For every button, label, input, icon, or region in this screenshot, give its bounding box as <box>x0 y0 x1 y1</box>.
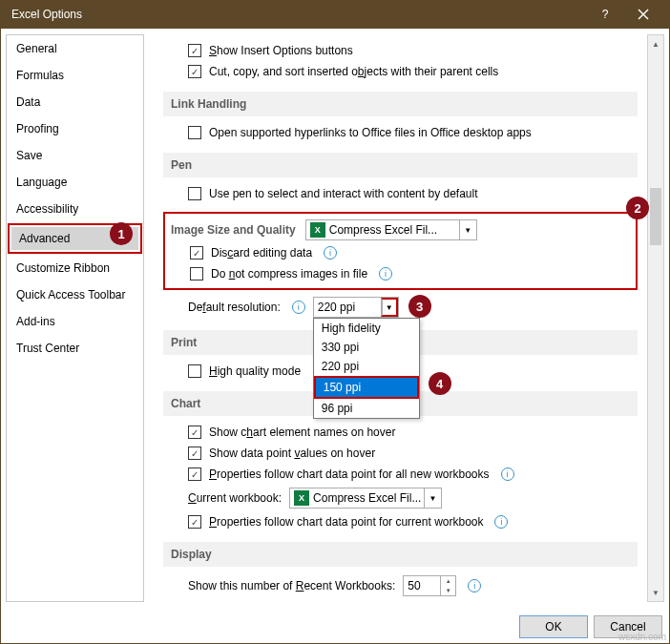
lbl-cut-copy: Cut, copy, and sort inserted objects wit… <box>209 65 498 78</box>
lbl-chart-names: Show chart element names on hover <box>209 426 395 439</box>
ok-button[interactable]: OK <box>519 615 588 638</box>
dd-default-resolution[interactable]: 220 ppi ▼ <box>313 297 399 318</box>
nav-language[interactable]: Language <box>7 169 143 196</box>
lbl-recent: Show this number of Recent Workbooks: <box>188 579 395 592</box>
nav-save[interactable]: Save <box>7 142 143 169</box>
nav-data[interactable]: Data <box>7 89 143 115</box>
annotation-badge-1: 1 <box>110 222 133 245</box>
info-icon[interactable]: i <box>501 467 514 481</box>
nav-formulas[interactable]: Formulas <box>7 62 143 89</box>
info-icon[interactable]: i <box>379 267 392 280</box>
cb-hq-print[interactable] <box>188 364 201 378</box>
nav-trust[interactable]: Trust Center <box>7 335 143 362</box>
scroll-down-icon[interactable]: ▼ <box>648 584 663 601</box>
lbl-show-insert: Show Insert Options buttons <box>209 44 353 57</box>
resolution-menu: High fidelity 330 ppi 220 ppi 150 ppi 96… <box>313 318 420 419</box>
watermark: wsxdn.com <box>618 632 666 642</box>
cb-chart-names[interactable] <box>188 426 201 439</box>
section-display: Display <box>163 542 638 567</box>
chevron-down-icon: ▼ <box>381 298 398 317</box>
opt-96[interactable]: 96 ppi <box>314 399 419 418</box>
lbl-not-compress: Do not compress images in file <box>211 267 367 280</box>
info-icon[interactable]: i <box>468 579 481 592</box>
spin-down-icon: ▼ <box>441 586 455 595</box>
lbl-open-supported: Open supported hyperlinks to Office file… <box>209 126 532 139</box>
cb-open-supported[interactable] <box>188 126 201 139</box>
opt-220[interactable]: 220 ppi <box>314 357 419 376</box>
cb-not-compress[interactable] <box>190 267 203 280</box>
titlebar: Excel Options ? <box>0 0 670 29</box>
info-icon[interactable]: i <box>324 246 337 260</box>
scroll-up-icon[interactable]: ▲ <box>648 35 663 52</box>
nav-customize-ribbon[interactable]: Customize Ribbon <box>7 255 143 281</box>
chevron-down-icon: ▼ <box>424 488 441 508</box>
content-pane: ▲ ▼ Show Insert Options buttons Cut, cop… <box>154 34 664 602</box>
annotation-badge-4: 4 <box>429 372 451 395</box>
dd-image-workbook[interactable]: X Compress Excel Fil... ▼ <box>305 219 477 240</box>
lbl-chart-follow-new: Properties follow chart data point for a… <box>209 467 490 481</box>
cb-chart-follow-new[interactable] <box>188 467 201 481</box>
annotation-badge-3: 3 <box>408 295 431 318</box>
cb-show-insert[interactable] <box>188 44 201 57</box>
nav-accessibility[interactable]: Accessibility <box>7 196 143 222</box>
cb-use-pen[interactable] <box>188 187 201 200</box>
lbl-chart-values: Show data point values on hover <box>209 447 375 460</box>
scroll-thumb[interactable] <box>650 188 661 245</box>
chevron-down-icon: ▼ <box>459 220 476 239</box>
cb-chart-values[interactable] <box>188 447 201 460</box>
lbl-chart-follow-cur: Properties follow chart data point for c… <box>209 515 483 529</box>
section-link-handling: Link Handling <box>163 92 638 116</box>
opt-150[interactable]: 150 ppi <box>316 378 417 397</box>
lbl-hq-print: High quality mode <box>209 364 301 378</box>
nav-addins[interactable]: Add-ins <box>7 308 143 335</box>
dd-current-workbook[interactable]: X Compress Excel Fil... ▼ <box>289 488 442 509</box>
annotation-badge-2: 2 <box>626 197 649 219</box>
spin-recent[interactable]: ▲▼ <box>403 575 456 596</box>
opt-330[interactable]: 330 ppi <box>314 338 419 357</box>
section-pen: Pen <box>163 153 638 177</box>
lbl-default-resolution: Default resolution: <box>188 301 281 314</box>
cb-discard[interactable] <box>190 246 203 260</box>
scrollbar[interactable]: ▲ ▼ <box>647 34 664 602</box>
cb-chart-follow-cur[interactable] <box>188 515 201 529</box>
nav-sidebar: General Formulas Data Proofing Save Lang… <box>6 34 144 602</box>
excel-icon: X <box>310 222 325 238</box>
nav-qat[interactable]: Quick Access Toolbar <box>7 281 143 308</box>
spin-up-icon: ▲ <box>441 576 455 586</box>
window-title: Excel Options <box>11 8 586 21</box>
excel-icon: X <box>294 490 309 506</box>
opt-high-fidelity[interactable]: High fidelity <box>314 319 419 338</box>
nav-general[interactable]: General <box>7 35 143 62</box>
lbl-discard: Discard editing data <box>211 246 312 260</box>
cb-cut-copy[interactable] <box>188 65 201 78</box>
info-icon[interactable]: i <box>292 301 305 314</box>
info-icon[interactable]: i <box>494 515 508 529</box>
nav-proofing[interactable]: Proofing <box>7 115 143 142</box>
help-icon[interactable]: ? <box>586 0 624 29</box>
section-image-size: Image Size and Quality <box>171 223 296 237</box>
close-icon[interactable] <box>624 0 662 29</box>
lbl-use-pen: Use pen to select and interact with cont… <box>209 187 478 200</box>
lbl-current-workbook: Current workbook: <box>188 491 282 505</box>
